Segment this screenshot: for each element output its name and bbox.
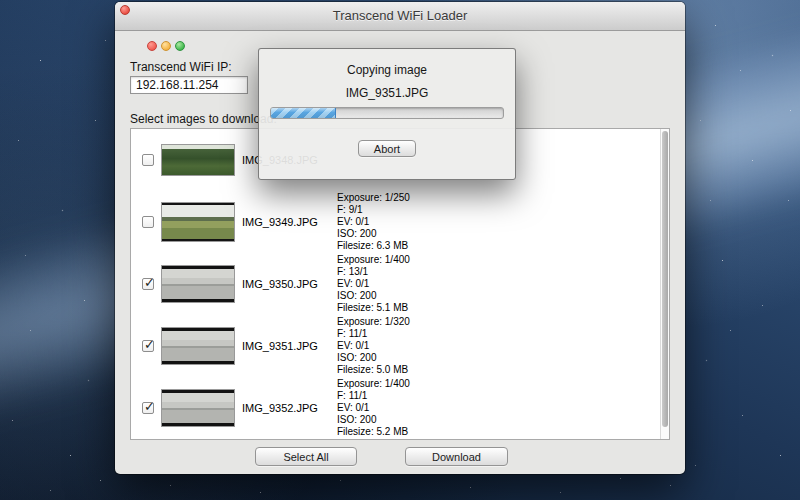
stars — [0, 0, 1, 1]
zoom-button[interactable] — [175, 41, 185, 51]
exif-line: F: 11/1 — [337, 390, 497, 402]
image-exif-details: Exposure: 1/400 F: 11/1 EV: 0/1 ISO: 200… — [337, 378, 497, 438]
image-checkbox[interactable] — [142, 402, 154, 414]
thumbnail-image — [162, 390, 234, 426]
exif-line: EV: 0/1 — [337, 402, 497, 414]
window-close-button[interactable] — [120, 5, 130, 15]
exif-line: Exposure: 1/320 — [337, 316, 497, 328]
image-checkbox[interactable] — [142, 278, 154, 290]
window-titlebar[interactable]: Transcend WiFi Loader — [115, 2, 685, 31]
thumbnail-image — [162, 203, 234, 241]
exif-line: ISO: 200 — [337, 228, 497, 240]
image-exif-details: Exposure: 1/400 F: 13/1 EV: 0/1 ISO: 200… — [337, 254, 497, 314]
list-scrollbar[interactable] — [660, 129, 669, 439]
image-thumbnail — [162, 328, 234, 364]
minimize-button[interactable] — [161, 41, 171, 51]
select-all-button[interactable]: Select All — [255, 447, 357, 466]
exif-line: F: 9/1 — [337, 204, 497, 216]
thumbnail-image — [162, 266, 234, 302]
progress-bar — [270, 107, 504, 119]
image-checkbox[interactable] — [142, 340, 154, 352]
list-item[interactable]: IMG_9349.JPG Exposure: 1/250 F: 9/1 EV: … — [131, 191, 669, 253]
progress-fill — [271, 108, 336, 118]
download-button[interactable]: Download — [405, 447, 508, 466]
list-item[interactable]: IMG_9350.JPG Exposure: 1/400 F: 13/1 EV:… — [131, 253, 669, 315]
image-exif-details: Exposure: 1/250 F: 9/1 EV: 0/1 ISO: 200 … — [337, 192, 497, 252]
exif-line: Filesize: 5.2 MB — [337, 426, 497, 438]
image-filename: IMG_9349.JPG — [242, 216, 337, 228]
image-exif-details: Exposure: 1/320 F: 11/1 EV: 0/1 ISO: 200… — [337, 316, 497, 376]
desktop-wallpaper: Transcend WiFi Loader Transcend WiFi IP:… — [0, 0, 800, 500]
image-checkbox[interactable] — [142, 154, 154, 166]
image-thumbnail — [162, 203, 234, 241]
exif-line: Exposure: 1/400 — [337, 378, 497, 390]
thumbnail-image — [162, 328, 234, 364]
image-thumbnail — [162, 266, 234, 302]
exif-line: Filesize: 5.1 MB — [337, 302, 497, 314]
wifi-ip-label: Transcend WiFi IP: — [130, 60, 232, 74]
image-filename: IMG_9351.JPG — [242, 340, 337, 352]
select-images-label: Select images to download: — [130, 112, 277, 126]
list-item[interactable]: IMG_9351.JPG Exposure: 1/320 F: 11/1 EV:… — [131, 315, 669, 377]
abort-button[interactable]: Abort — [358, 140, 416, 157]
exif-line: Exposure: 1/250 — [337, 192, 497, 204]
image-filename: IMG_9352.JPG — [242, 402, 337, 414]
exif-line: Filesize: 6.3 MB — [337, 240, 497, 252]
exif-line: ISO: 200 — [337, 290, 497, 302]
exif-line: F: 13/1 — [337, 266, 497, 278]
image-filename: IMG_9350.JPG — [242, 278, 337, 290]
exif-line: Filesize: 5.0 MB — [337, 364, 497, 376]
exif-line: EV: 0/1 — [337, 278, 497, 290]
list-item[interactable]: IMG_9352.JPG Exposure: 1/400 F: 11/1 EV:… — [131, 377, 669, 439]
window-title: Transcend WiFi Loader — [333, 8, 468, 23]
dialog-title: Copying image — [259, 63, 515, 77]
image-thumbnail — [162, 390, 234, 426]
close-button[interactable] — [147, 41, 157, 51]
image-thumbnail — [162, 145, 234, 175]
wifi-ip-input[interactable] — [130, 76, 248, 94]
scrollbar-thumb[interactable] — [662, 131, 668, 427]
image-checkbox[interactable] — [142, 216, 154, 228]
window-controls — [147, 41, 185, 51]
exif-line: Exposure: 1/400 — [337, 254, 497, 266]
exif-line: EV: 0/1 — [337, 340, 497, 352]
exif-line: EV: 0/1 — [337, 216, 497, 228]
exif-line: ISO: 200 — [337, 352, 497, 364]
exif-line: ISO: 200 — [337, 414, 497, 426]
dialog-filename: IMG_9351.JPG — [259, 86, 515, 100]
thumbnail-image — [162, 145, 234, 175]
copying-dialog: Copying image IMG_9351.JPG Abort — [258, 48, 516, 180]
exif-line: F: 11/1 — [337, 328, 497, 340]
